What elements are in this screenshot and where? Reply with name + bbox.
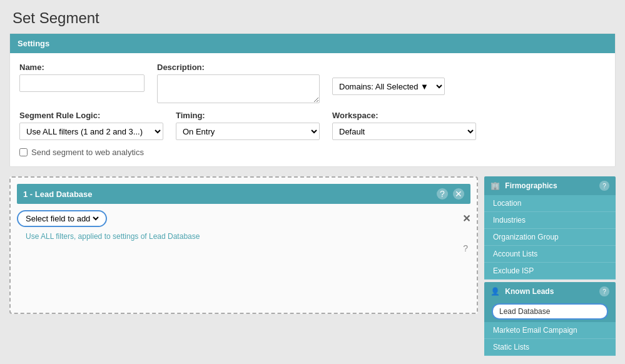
form-row-2: Segment Rule Logic: Use ALL filters (1 a… [19,111,606,140]
list-item[interactable]: Marketo Email Campaign [484,322,616,339]
known-leads-items: Lead Database Marketo Email Campaign Sta… [484,301,616,356]
filter-link[interactable]: Use ALL filters, applied to settings of … [26,232,470,241]
firmographics-items: Location Industries Organization Group A… [484,195,616,280]
name-input[interactable] [19,74,145,92]
known-leads-info-btn[interactable]: ? [599,286,609,296]
building-icon: 🏢 [490,181,500,190]
list-item[interactable]: Exclude ISP [484,263,616,280]
segment-block-header: 1 - Lead Database ? ✕ [17,184,470,204]
known-leads-label: Known Leads [505,287,554,296]
segment-rule-logic-select[interactable]: Use ALL filters (1 and 2 and 3...)Use AN… [19,123,163,140]
list-item[interactable]: Static Lists [484,339,616,356]
list-item[interactable]: Lead Database [492,303,608,320]
segment-block-close-btn[interactable]: ✕ [453,188,464,200]
segment-block-info-btn[interactable]: ? [437,188,448,200]
list-item[interactable]: Location [484,195,616,212]
firmographics-info-btn[interactable]: ? [599,181,609,191]
domains-select[interactable]: Domains: All Selected ▼ [332,78,445,95]
list-item[interactable]: Organization Group [484,229,616,246]
send-segment-row: Send segment to web analytics [19,148,606,157]
workspace-label: Workspace: [332,111,476,120]
page-title: Set Segment [0,0,625,33]
segment-block-actions: ? ✕ [437,188,464,200]
lead-database-wrapper: Lead Database [484,301,616,322]
settings-panel: Settings Name: Description: Domains: All… [9,33,616,167]
settings-body: Name: Description: Domains: All Selected… [10,53,615,166]
timing-select[interactable]: On EntryRecurringOn Exit [176,123,320,140]
segment-block: 1 - Lead Database ? ✕ Select field to ad… [9,176,478,314]
description-label: Description: [157,63,320,72]
category-known-leads: 👤 Known Leads ? Lead Database Marketo Em… [484,282,616,356]
settings-header: Settings [10,34,615,53]
segment-block-title: 1 - Lead Database [23,190,93,199]
help-icon: ? [17,241,470,256]
send-segment-label: Send segment to web analytics [31,148,144,157]
workspace-group: Workspace: Default [332,111,476,140]
field-select-wrapper: Select field to addEmailFirst NameLast N… [17,210,107,227]
name-label: Name: [19,63,145,72]
known-leads-header[interactable]: 👤 Known Leads ? [484,282,616,301]
send-segment-checkbox[interactable] [19,148,28,156]
main-content: 1 - Lead Database ? ✕ Select field to ad… [9,176,616,357]
timing-group: Timing: On EntryRecurringOn Exit [176,111,320,140]
right-panel: 🏢 Firmographics ? Location Industries Or… [484,176,616,357]
remove-field-button[interactable]: ✕ [462,213,470,225]
workspace-select[interactable]: Default [332,123,476,140]
name-group: Name: [19,63,145,92]
list-item[interactable]: Industries [484,212,616,229]
list-item[interactable]: Account Lists [484,246,616,263]
field-select[interactable]: Select field to addEmailFirst NameLast N… [23,213,101,224]
domains-group: Domains: All Selected ▼ [332,63,445,95]
left-panel: 1 - Lead Database ? ✕ Select field to ad… [9,176,478,357]
known-leads-header-left: 👤 Known Leads [490,287,554,296]
segment-rule-logic-label: Segment Rule Logic: [19,111,163,120]
category-firmographics: 🏢 Firmographics ? Location Industries Or… [484,176,616,280]
field-row-container: Select field to addEmailFirst NameLast N… [17,210,470,241]
firmographics-label: Firmographics [505,181,557,190]
firmographics-header[interactable]: 🏢 Firmographics ? [484,176,616,195]
person-icon: 👤 [490,287,500,296]
timing-label: Timing: [176,111,320,120]
description-group: Description: [157,63,320,103]
field-row: Select field to addEmailFirst NameLast N… [17,210,470,227]
description-input[interactable] [157,74,320,103]
firmographics-header-left: 🏢 Firmographics [490,181,557,190]
segment-rule-logic-group: Segment Rule Logic: Use ALL filters (1 a… [19,111,163,140]
form-row-1: Name: Description: Domains: All Selected… [19,63,606,103]
